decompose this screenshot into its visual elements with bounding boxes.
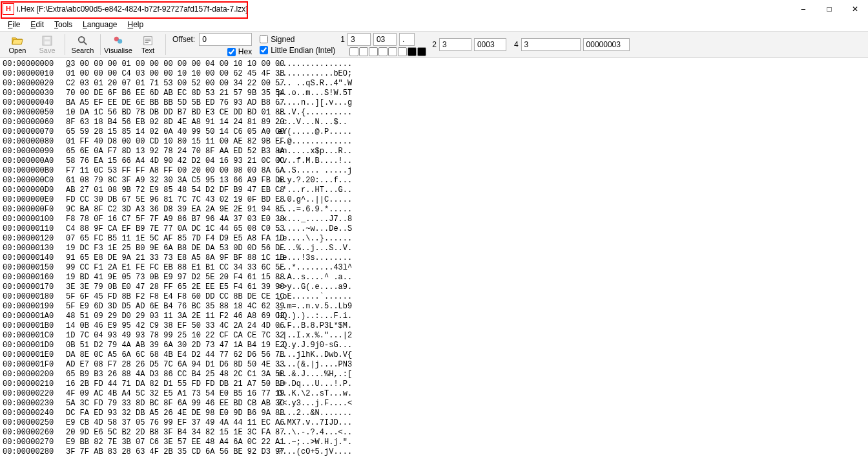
hex-bytes-cell[interactable]: C2 03 01 20 07 01 71 53 00 52 00 00 34 2… (66, 79, 278, 89)
hex-row[interactable]: 00:00000170 3E 3E 79 0B E0 47 28 FF 65 2… (3, 282, 868, 292)
hex-bytes-cell[interactable]: 70 00 DE 6F B6 EE 6D AB EC 8D 53 21 57 9… (66, 89, 278, 98)
ascii-cell[interactable]: ............bEO; (278, 69, 352, 79)
hex-row[interactable]: 00:00000160 19 BD 41 9E 05 73 0B E9 97 D… (3, 273, 868, 282)
hex-row[interactable]: 00:00000190 5F E9 6D 3D D5 AD 6E B4 76 B… (3, 302, 868, 312)
hex-bytes-cell[interactable]: 8F 63 18 B4 56 EB 02 8D 4E A8 91 14 24 8… (66, 118, 278, 127)
hex-bytes-cell[interactable]: 07 65 FC B5 11 1E 5C AF 85 7D F4 D9 E5 A… (66, 234, 278, 244)
ascii-cell[interactable]: e..&.J....%H,.:[ (278, 370, 352, 379)
hex-row[interactable]: 00:00000200 65 B9 B3 26 88 4A D3 86 CC B… (3, 370, 868, 379)
hex-bytes-cell[interactable]: 5A 3C FD 79 33 8D BC 8F 6A 99 46 EE BD C… (66, 399, 278, 409)
minimize-button[interactable]: ‒ (790, 0, 816, 18)
hex-bytes-cell[interactable]: 14 0B 46 E9 95 42 C9 38 EF 50 33 4C 2A 2… (66, 321, 278, 331)
ascii-cell[interactable]: ..A..s....^ .a.. (278, 273, 352, 282)
hex-row[interactable]: 00:000001B0 14 0B 46 E9 95 42 C9 38 EF 5… (3, 321, 868, 331)
hex-row[interactable]: 00:000001F0 AD E7 08 F7 28 26 D5 7C 6A 9… (3, 360, 868, 370)
hex-bytes-cell[interactable]: DA 8E 0C A5 6A 6C 68 4B E4 D2 44 77 62 D… (66, 350, 278, 360)
hex-row[interactable]: 00:00000150 99 CC F1 2A E1 FE FC EB 88 E… (3, 263, 868, 273)
hex-row[interactable]: 00:00000230 5A 3C FD 79 33 8D BC 8F 6A 9… (3, 399, 868, 409)
ascii-cell[interactable]: ..MX7.v..7IJD... (278, 418, 352, 428)
hex-row[interactable]: 00:00000090 65 6E 0A F7 8D 13 92 78 24 7… (3, 147, 868, 156)
menu-help[interactable]: Help (122, 19, 149, 30)
hex-bytes-cell[interactable]: AB 27 01 08 9B 72 E9 85 48 54 D2 DF B9 4… (66, 186, 278, 195)
ascii-cell[interactable]: ...S..... .....j (278, 166, 352, 176)
hex-row[interactable]: 00:000000D0 AB 27 01 08 9B 72 E9 85 48 5… (3, 186, 868, 195)
hex-row[interactable]: 00:000001A0 48 51 09 29 D0 29 03 11 3A 2… (3, 312, 868, 321)
hex-bytes-cell[interactable]: E9 CB 4D 58 37 05 76 99 EF 37 49 4A 44 1… (66, 418, 278, 428)
hex-row[interactable]: 00:00000060 8F 63 18 B4 56 EB 02 8D 4E A… (3, 118, 868, 127)
byte-hex-2[interactable] (474, 38, 506, 51)
hex-view[interactable]: 00:00000000 03 00 00 00 01 00 00 00 00 0… (0, 58, 868, 458)
hex-row[interactable]: 00:00000140 91 65 E8 DE 9A 21 33 73 E8 A… (3, 253, 868, 263)
hex-row[interactable]: 00:00000180 5F 6F 45 FD 8B F2 F8 E4 F8 6… (3, 292, 868, 302)
hex-row[interactable]: 00:00000260 20 9D E6 5C B2 2D B8 3F B4 3… (3, 428, 868, 438)
hex-bytes-cell[interactable]: 61 08 79 8C 3F A9 32 30 3A C5 95 13 66 A… (66, 176, 278, 186)
hex-row[interactable]: 00:000000A0 58 76 EA 15 66 A4 4D 90 42 D… (3, 156, 868, 166)
hex-bytes-cell[interactable]: 19 DC F3 1E 25 B0 9E 6A B8 DE DA 53 0D 0… (66, 244, 278, 253)
byte-dec-1[interactable] (347, 33, 371, 46)
ascii-cell[interactable]: ................ (278, 59, 352, 69)
hex-bytes-cell[interactable]: 91 65 E8 DE 9A 21 33 73 E8 A5 8A 9F BF 8… (66, 253, 278, 263)
hex-row[interactable]: 00:000001E0 DA 8E 0C A5 6A 6C 68 4B E4 D… (3, 350, 868, 360)
hex-row[interactable]: 00:00000110 C4 88 9F CA EF B9 7E 77 0A D… (3, 224, 868, 234)
menu-file[interactable]: File (3, 19, 25, 30)
ascii-cell[interactable]: Xv..f.M.B....!.. (278, 156, 352, 166)
hex-bytes-cell[interactable]: 5F 6F 45 FD 8B F2 F8 E4 F8 60 DD CC 8B D… (66, 292, 278, 302)
hex-bytes-cell[interactable]: 01 FF 40 D8 00 00 CD 10 80 15 11 00 AE 8… (66, 137, 278, 147)
signed-checkbox[interactable] (260, 35, 268, 43)
hex-row[interactable]: 00:00000100 F8 78 0F 16 C7 5F 7F A9 86 B… (3, 215, 868, 224)
hex-row[interactable]: 00:000001D0 0B 51 D2 79 4A AB 39 6A 30 2… (3, 341, 868, 350)
hex-row[interactable]: 00:00000120 07 65 FC B5 11 1E 5C AF 85 7… (3, 234, 868, 244)
hex-bytes-cell[interactable]: F8 78 0F 16 C7 5F 7F A9 86 B7 96 4A 37 0… (66, 215, 278, 224)
ascii-cell[interactable]: O..K.\2..sT...w. (278, 389, 352, 399)
hex-bytes-cell[interactable]: 20 9D E6 5C B2 2D B8 3F B4 34 82 15 1E 3… (66, 428, 278, 438)
hex-bytes-cell[interactable]: 48 51 09 29 D0 29 03 11 3A 2E 11 F2 46 A… (66, 312, 278, 321)
ascii-cell[interactable]: ?...(cO+5.jV.... (278, 447, 352, 457)
hex-bytes-cell[interactable]: 0B 51 D2 79 4A AB 39 6A 30 2D 73 47 1A B… (66, 341, 278, 350)
hex-bytes-cell[interactable]: 4F 09 AC 4B A4 5C 32 E5 A1 73 54 E0 B5 1… (66, 389, 278, 399)
ascii-cell[interactable]: ...V.{.......... (278, 108, 352, 118)
hex-row[interactable]: 00:00000210 16 2B FD 44 71 DA 82 D1 55 F… (3, 379, 868, 389)
hex-row[interactable]: 00:00000270 E9 BB 82 7E 3B 07 C6 3E 57 E… (3, 438, 868, 447)
ascii-cell[interactable]: ..0.g^..||C..... (278, 195, 352, 205)
menu-edit[interactable]: Edit (25, 19, 49, 30)
hex-bytes-cell[interactable]: 1D 7C 04 93 49 93 78 99 25 10 22 CF CA C… (66, 331, 278, 341)
hex-bytes-cell[interactable]: AD E7 08 F7 28 26 D5 7C 6A 94 D1 D6 8D 5… (66, 360, 278, 370)
ascii-cell[interactable]: ......~w...De..S (278, 224, 352, 234)
maximize-button[interactable]: □ (816, 0, 842, 18)
hex-bytes-cell[interactable]: 16 2B FD 44 71 DA 82 D1 55 FD FD DB 21 A… (66, 379, 278, 389)
hex-row[interactable]: 00:00000070 65 59 28 15 85 14 02 0A 40 9… (3, 127, 868, 137)
byte-dec-4[interactable] (521, 38, 581, 51)
hex-bytes-cell[interactable]: 65 6E 0A F7 8D 13 92 78 24 70 8F AA ED 5… (66, 147, 278, 156)
ascii-cell[interactable]: ....=.6.9.*..... (278, 205, 352, 215)
ascii-cell[interactable]: ..\.-.?.4...<.. (278, 428, 352, 438)
ascii-cell[interactable]: ....(&.|j....PN3 (278, 360, 352, 370)
hex-bytes-cell[interactable]: 3E 3E 79 0B E0 47 28 FF 65 2E EE E5 F4 6… (66, 282, 278, 292)
menu-tools[interactable]: Tools (49, 19, 78, 30)
hex-row[interactable]: 00:00000240 DC FA ED 93 32 DB A5 26 4E D… (3, 409, 868, 418)
hex-bytes-cell[interactable]: C4 88 9F CA EF B9 7E 77 0A DC 1C 44 65 0… (66, 224, 278, 234)
offset-input[interactable] (199, 33, 252, 46)
ascii-cell[interactable]: ... ..qS.R..4".W (278, 79, 352, 89)
ascii-cell[interactable]: .c..V...N...$.. (278, 118, 352, 127)
ascii-cell[interactable]: .e...!3s........ (278, 253, 352, 263)
byte-char-1[interactable] (399, 33, 415, 46)
ascii-cell[interactable]: .x..._.....J7..8 (278, 215, 352, 224)
save-button[interactable]: Save (32, 32, 62, 57)
hex-row[interactable]: 00:000000F0 9C BA 8F C2 3D A3 36 D8 39 E… (3, 205, 868, 215)
hex-row[interactable]: 00:00000220 4F 09 AC 4B A4 5C 32 E5 A1 7… (3, 389, 868, 399)
ascii-cell[interactable]: _.m=..n.v.5..Lb9 (278, 302, 352, 312)
byte-dec-2[interactable] (439, 38, 471, 51)
ascii-cell[interactable]: .|..I.x.%."...|2 (278, 331, 352, 341)
hex-row[interactable]: 00:00000250 E9 CB 4D 58 37 05 76 99 EF 3… (3, 418, 868, 428)
hex-bytes-cell[interactable]: BA A5 EF EE DE 6E BB BB 5D 5B ED 76 93 A… (66, 98, 278, 108)
hex-row[interactable]: 00:00000020 C2 03 01 20 07 01 71 53 00 5… (3, 79, 868, 89)
ascii-cell[interactable]: .+.Dq...U...!.P. (278, 379, 352, 389)
hex-bytes-cell[interactable]: 5F E9 6D 3D D5 AD 6E B4 76 BC 35 88 18 4… (66, 302, 278, 312)
ascii-cell[interactable]: .'...r..HT...G.. (278, 186, 352, 195)
ascii-cell[interactable]: ....2..&N....... (278, 409, 352, 418)
hex-row[interactable]: 00:000001C0 1D 7C 04 93 49 93 78 99 25 1… (3, 331, 868, 341)
hex-row[interactable]: 00:00000080 01 FF 40 D8 00 00 CD 10 80 1… (3, 137, 868, 147)
hex-bytes-cell[interactable]: F7 11 0C 53 FF FF A8 FF 00 20 00 00 08 0… (66, 166, 278, 176)
ascii-cell[interactable]: eY(.....@.P..... (278, 127, 352, 137)
byte-hex-1[interactable] (373, 33, 397, 46)
